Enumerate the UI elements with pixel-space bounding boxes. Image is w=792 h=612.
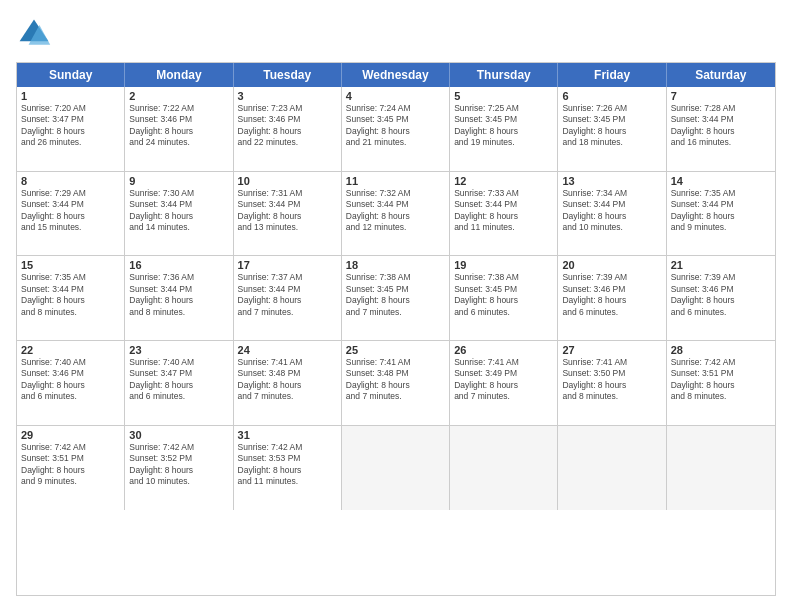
calendar-cell: 10Sunrise: 7:31 AM Sunset: 3:44 PM Dayli… [234, 172, 342, 256]
day-number: 5 [454, 90, 553, 102]
calendar-cell: 21Sunrise: 7:39 AM Sunset: 3:46 PM Dayli… [667, 256, 775, 340]
day-number: 21 [671, 259, 771, 271]
calendar-cell [450, 426, 558, 511]
calendar-cell: 16Sunrise: 7:36 AM Sunset: 3:44 PM Dayli… [125, 256, 233, 340]
calendar-cell: 11Sunrise: 7:32 AM Sunset: 3:44 PM Dayli… [342, 172, 450, 256]
calendar-cell: 17Sunrise: 7:37 AM Sunset: 3:44 PM Dayli… [234, 256, 342, 340]
cell-info: Sunrise: 7:28 AM Sunset: 3:44 PM Dayligh… [671, 103, 771, 149]
cell-info: Sunrise: 7:39 AM Sunset: 3:46 PM Dayligh… [671, 272, 771, 318]
calendar-cell: 9Sunrise: 7:30 AM Sunset: 3:44 PM Daylig… [125, 172, 233, 256]
cell-info: Sunrise: 7:29 AM Sunset: 3:44 PM Dayligh… [21, 188, 120, 234]
day-number: 1 [21, 90, 120, 102]
calendar-cell: 18Sunrise: 7:38 AM Sunset: 3:45 PM Dayli… [342, 256, 450, 340]
calendar-cell: 3Sunrise: 7:23 AM Sunset: 3:46 PM Daylig… [234, 87, 342, 171]
cell-info: Sunrise: 7:41 AM Sunset: 3:50 PM Dayligh… [562, 357, 661, 403]
day-number: 16 [129, 259, 228, 271]
day-number: 19 [454, 259, 553, 271]
calendar-cell: 26Sunrise: 7:41 AM Sunset: 3:49 PM Dayli… [450, 341, 558, 425]
cell-info: Sunrise: 7:41 AM Sunset: 3:48 PM Dayligh… [346, 357, 445, 403]
day-number: 25 [346, 344, 445, 356]
day-number: 24 [238, 344, 337, 356]
day-number: 22 [21, 344, 120, 356]
calendar-cell: 5Sunrise: 7:25 AM Sunset: 3:45 PM Daylig… [450, 87, 558, 171]
cell-info: Sunrise: 7:26 AM Sunset: 3:45 PM Dayligh… [562, 103, 661, 149]
cell-info: Sunrise: 7:22 AM Sunset: 3:46 PM Dayligh… [129, 103, 228, 149]
day-number: 8 [21, 175, 120, 187]
calendar-cell: 6Sunrise: 7:26 AM Sunset: 3:45 PM Daylig… [558, 87, 666, 171]
day-number: 30 [129, 429, 228, 441]
day-number: 18 [346, 259, 445, 271]
day-number: 17 [238, 259, 337, 271]
calendar-cell [558, 426, 666, 511]
calendar-cell: 7Sunrise: 7:28 AM Sunset: 3:44 PM Daylig… [667, 87, 775, 171]
calendar-cell: 1Sunrise: 7:20 AM Sunset: 3:47 PM Daylig… [17, 87, 125, 171]
day-number: 28 [671, 344, 771, 356]
calendar-cell: 24Sunrise: 7:41 AM Sunset: 3:48 PM Dayli… [234, 341, 342, 425]
calendar-cell: 4Sunrise: 7:24 AM Sunset: 3:45 PM Daylig… [342, 87, 450, 171]
cell-info: Sunrise: 7:31 AM Sunset: 3:44 PM Dayligh… [238, 188, 337, 234]
calendar-cell: 25Sunrise: 7:41 AM Sunset: 3:48 PM Dayli… [342, 341, 450, 425]
day-number: 3 [238, 90, 337, 102]
logo-icon [16, 16, 52, 52]
cell-info: Sunrise: 7:41 AM Sunset: 3:49 PM Dayligh… [454, 357, 553, 403]
day-number: 31 [238, 429, 337, 441]
day-number: 23 [129, 344, 228, 356]
calendar-cell [342, 426, 450, 511]
calendar-cell: 23Sunrise: 7:40 AM Sunset: 3:47 PM Dayli… [125, 341, 233, 425]
calendar-week: 15Sunrise: 7:35 AM Sunset: 3:44 PM Dayli… [17, 256, 775, 341]
weekday-header: Saturday [667, 63, 775, 87]
cell-info: Sunrise: 7:38 AM Sunset: 3:45 PM Dayligh… [346, 272, 445, 318]
calendar-body: 1Sunrise: 7:20 AM Sunset: 3:47 PM Daylig… [17, 87, 775, 595]
cell-info: Sunrise: 7:23 AM Sunset: 3:46 PM Dayligh… [238, 103, 337, 149]
calendar-cell: 12Sunrise: 7:33 AM Sunset: 3:44 PM Dayli… [450, 172, 558, 256]
day-number: 15 [21, 259, 120, 271]
calendar-header: SundayMondayTuesdayWednesdayThursdayFrid… [17, 63, 775, 87]
cell-info: Sunrise: 7:35 AM Sunset: 3:44 PM Dayligh… [21, 272, 120, 318]
day-number: 20 [562, 259, 661, 271]
cell-info: Sunrise: 7:42 AM Sunset: 3:51 PM Dayligh… [21, 442, 120, 488]
day-number: 26 [454, 344, 553, 356]
cell-info: Sunrise: 7:30 AM Sunset: 3:44 PM Dayligh… [129, 188, 228, 234]
cell-info: Sunrise: 7:35 AM Sunset: 3:44 PM Dayligh… [671, 188, 771, 234]
calendar-week: 22Sunrise: 7:40 AM Sunset: 3:46 PM Dayli… [17, 341, 775, 426]
calendar-cell: 20Sunrise: 7:39 AM Sunset: 3:46 PM Dayli… [558, 256, 666, 340]
day-number: 2 [129, 90, 228, 102]
weekday-header: Sunday [17, 63, 125, 87]
calendar-cell: 30Sunrise: 7:42 AM Sunset: 3:52 PM Dayli… [125, 426, 233, 511]
weekday-header: Tuesday [234, 63, 342, 87]
day-number: 10 [238, 175, 337, 187]
cell-info: Sunrise: 7:34 AM Sunset: 3:44 PM Dayligh… [562, 188, 661, 234]
calendar-cell: 15Sunrise: 7:35 AM Sunset: 3:44 PM Dayli… [17, 256, 125, 340]
day-number: 6 [562, 90, 661, 102]
cell-info: Sunrise: 7:42 AM Sunset: 3:52 PM Dayligh… [129, 442, 228, 488]
calendar-cell: 31Sunrise: 7:42 AM Sunset: 3:53 PM Dayli… [234, 426, 342, 511]
cell-info: Sunrise: 7:32 AM Sunset: 3:44 PM Dayligh… [346, 188, 445, 234]
calendar-cell: 2Sunrise: 7:22 AM Sunset: 3:46 PM Daylig… [125, 87, 233, 171]
day-number: 27 [562, 344, 661, 356]
calendar-cell [667, 426, 775, 511]
calendar-cell: 13Sunrise: 7:34 AM Sunset: 3:44 PM Dayli… [558, 172, 666, 256]
cell-info: Sunrise: 7:38 AM Sunset: 3:45 PM Dayligh… [454, 272, 553, 318]
cell-info: Sunrise: 7:40 AM Sunset: 3:47 PM Dayligh… [129, 357, 228, 403]
cell-info: Sunrise: 7:42 AM Sunset: 3:53 PM Dayligh… [238, 442, 337, 488]
cell-info: Sunrise: 7:37 AM Sunset: 3:44 PM Dayligh… [238, 272, 337, 318]
calendar-week: 29Sunrise: 7:42 AM Sunset: 3:51 PM Dayli… [17, 426, 775, 511]
day-number: 11 [346, 175, 445, 187]
calendar-week: 8Sunrise: 7:29 AM Sunset: 3:44 PM Daylig… [17, 172, 775, 257]
calendar-cell: 19Sunrise: 7:38 AM Sunset: 3:45 PM Dayli… [450, 256, 558, 340]
weekday-header: Thursday [450, 63, 558, 87]
calendar-cell: 29Sunrise: 7:42 AM Sunset: 3:51 PM Dayli… [17, 426, 125, 511]
day-number: 9 [129, 175, 228, 187]
weekday-header: Monday [125, 63, 233, 87]
weekday-header: Wednesday [342, 63, 450, 87]
day-number: 12 [454, 175, 553, 187]
cell-info: Sunrise: 7:24 AM Sunset: 3:45 PM Dayligh… [346, 103, 445, 149]
calendar-cell: 28Sunrise: 7:42 AM Sunset: 3:51 PM Dayli… [667, 341, 775, 425]
cell-info: Sunrise: 7:36 AM Sunset: 3:44 PM Dayligh… [129, 272, 228, 318]
calendar-cell: 27Sunrise: 7:41 AM Sunset: 3:50 PM Dayli… [558, 341, 666, 425]
cell-info: Sunrise: 7:25 AM Sunset: 3:45 PM Dayligh… [454, 103, 553, 149]
calendar-cell: 8Sunrise: 7:29 AM Sunset: 3:44 PM Daylig… [17, 172, 125, 256]
cell-info: Sunrise: 7:41 AM Sunset: 3:48 PM Dayligh… [238, 357, 337, 403]
day-number: 29 [21, 429, 120, 441]
day-number: 13 [562, 175, 661, 187]
